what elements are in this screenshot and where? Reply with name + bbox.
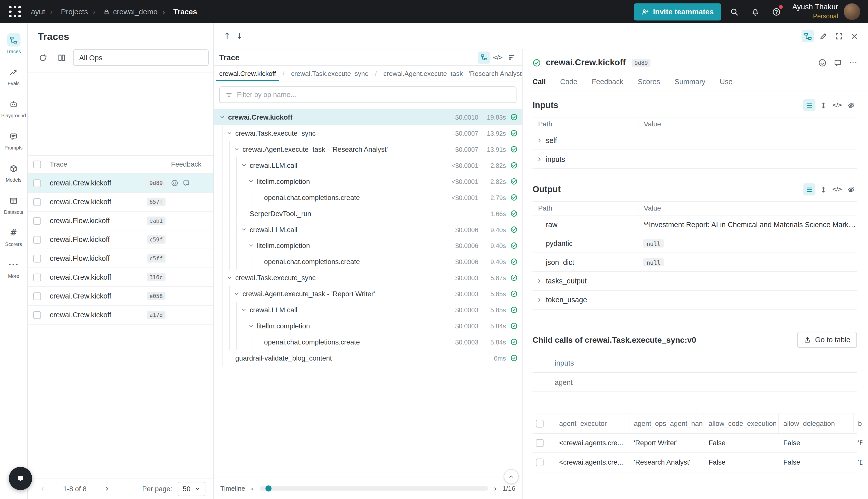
next-page-button[interactable]: ›: [100, 482, 114, 496]
add-comment-button[interactable]: [832, 57, 844, 69]
child-row-checkbox[interactable]: [536, 439, 544, 447]
output-row[interactable]: tasks_output: [532, 272, 857, 291]
rail-item-traces[interactable]: Traces: [0, 28, 27, 60]
close-button[interactable]: [848, 30, 860, 42]
column-header[interactable]: allow_code_execution: [704, 414, 779, 433]
flamegraph-view-button[interactable]: [505, 51, 517, 63]
rail-item-models[interactable]: Models: [0, 156, 27, 188]
expand-row-toggle[interactable]: [534, 278, 545, 284]
output-row[interactable]: pydantic null: [532, 234, 857, 253]
row-checkbox[interactable]: [33, 311, 41, 319]
notifications-button[interactable]: [747, 3, 764, 20]
trace-tree-node[interactable]: litellm.completion $0.0006 9.40s: [214, 238, 522, 254]
output-row[interactable]: json_dict null: [532, 253, 857, 272]
tree-view-button[interactable]: [478, 51, 490, 63]
trace-name-link[interactable]: crewai.Flow.kickoff: [50, 254, 110, 263]
call-tab[interactable]: Code: [560, 74, 577, 90]
trace-tree-node[interactable]: guardrail-validate_blog_content 0ms: [214, 350, 522, 366]
node-expand-toggle[interactable]: [234, 291, 243, 297]
row-checkbox[interactable]: [33, 292, 41, 300]
child-call-row[interactable]: <crewai.agents.cre... 'Report Writer' Fa…: [532, 434, 857, 453]
inputs-hide-button[interactable]: [845, 99, 857, 111]
prev-page-button[interactable]: ‹: [35, 482, 50, 496]
node-expand-toggle[interactable]: [241, 307, 250, 313]
trace-tree-node[interactable]: openai.chat.completions.create $0.0006 9…: [214, 254, 522, 270]
refresh-button[interactable]: [35, 50, 50, 65]
output-expand-button[interactable]: [817, 183, 829, 195]
node-expand-toggle[interactable]: [241, 227, 250, 232]
row-checkbox[interactable]: [33, 198, 41, 206]
node-expand-toggle[interactable]: [248, 179, 257, 184]
tree-breadcrumb-item[interactable]: crewai.Agent.execute_task - 'Research An…: [371, 66, 522, 81]
trace-row[interactable]: crewai.Crew.kickoff a17d: [28, 306, 213, 325]
trace-tree-node[interactable]: crewai.Task.execute_sync $0.0003 5.87s: [214, 270, 522, 286]
trace-tree-node[interactable]: crewai.LLM.call $0.0006 9.40s: [214, 222, 522, 238]
output-row[interactable]: raw **Investment Report: AI in Chemical …: [532, 215, 857, 234]
inputs-row[interactable]: self: [532, 131, 857, 150]
column-header[interactable]: b: [854, 414, 863, 433]
breadcrumb-entity[interactable]: ayut: [31, 8, 45, 16]
node-expand-toggle[interactable]: [248, 323, 257, 329]
edit-button[interactable]: [817, 30, 829, 42]
trace-row[interactable]: crewai.Crew.kickoff 316c: [28, 268, 213, 287]
output-hide-button[interactable]: [845, 183, 857, 195]
trace-tree-node[interactable]: crewai.Agent.execute_task - 'Research An…: [214, 141, 522, 157]
trace-tree-node[interactable]: litellm.completion <$0.0001 2.82s: [214, 173, 522, 190]
row-checkbox[interactable]: [33, 255, 41, 262]
tree-breadcrumb-item[interactable]: crewai.Task.execute_sync: [279, 66, 372, 81]
timeline-slider[interactable]: [259, 486, 488, 490]
breadcrumb-project[interactable]: crewai_demo: [88, 8, 158, 16]
trace-tree-node[interactable]: openai.chat.completions.create <$0.0001 …: [214, 190, 522, 206]
ops-filter-select[interactable]: All Ops: [73, 49, 209, 66]
chat-launcher[interactable]: [9, 467, 32, 490]
avatar[interactable]: [844, 3, 860, 20]
row-checkbox[interactable]: [33, 236, 41, 243]
output-row[interactable]: token_usage: [532, 291, 857, 309]
trace-row[interactable]: crewai.Flow.kickoff c59f: [28, 230, 213, 249]
select-all-checkbox[interactable]: [33, 160, 41, 168]
rail-item-evals[interactable]: Evals: [0, 60, 27, 92]
node-expand-toggle[interactable]: [219, 114, 228, 120]
row-checkbox[interactable]: [33, 179, 41, 187]
trace-name-link[interactable]: crewai.Crew.kickoff: [50, 273, 111, 281]
rail-item-scorers[interactable]: # Scorers: [0, 220, 27, 253]
feedback-smiley-icon[interactable]: [171, 179, 178, 187]
prev-call-button[interactable]: ↑: [224, 32, 231, 40]
inputs-code-view-button[interactable]: </>: [831, 99, 843, 111]
inputs-list-view-button[interactable]: [803, 99, 815, 111]
expand-row-toggle[interactable]: [534, 297, 545, 303]
column-header[interactable]: agent_ops_agent_nan: [629, 414, 704, 433]
code-view-button[interactable]: </>: [492, 51, 504, 63]
trace-tree-node[interactable]: crewai.Crew.kickoff $0.0010 19.83s: [214, 109, 522, 125]
user-menu[interactable]: Ayush Thakur Personal: [792, 3, 838, 20]
call-tab[interactable]: Summary: [674, 74, 706, 90]
timeline-next-button[interactable]: ›: [494, 484, 497, 492]
trace-name-link[interactable]: crewai.Flow.kickoff: [50, 217, 110, 225]
trace-row[interactable]: crewai.Crew.kickoff 657f: [28, 193, 213, 211]
trace-tree-node[interactable]: crewai.Agent.execute_task - 'Report Writ…: [214, 286, 522, 302]
trace-name-link[interactable]: crewai.Crew.kickoff: [50, 292, 111, 300]
wandb-logo[interactable]: [8, 5, 22, 19]
inputs-expand-button[interactable]: [817, 99, 829, 111]
next-call-button[interactable]: ↓: [236, 32, 243, 40]
rail-item-playground[interactable]: Playground: [0, 92, 27, 124]
call-tab[interactable]: Call: [532, 74, 546, 90]
trace-tree-node[interactable]: litellm.completion $0.0003 5.84s: [214, 318, 522, 334]
node-expand-toggle[interactable]: [226, 130, 235, 136]
node-expand-toggle[interactable]: [234, 146, 243, 152]
per-page-select[interactable]: 50: [178, 482, 206, 496]
overflow-menu-button[interactable]: ⋯: [847, 57, 859, 69]
trace-tree-node[interactable]: SerperDevTool._run 1.66s: [214, 206, 522, 222]
invite-teammates-button[interactable]: Invite teammates: [634, 3, 721, 20]
trace-name-link[interactable]: crewai.Flow.kickoff: [50, 235, 110, 244]
trace-tree-node[interactable]: crewai.LLM.call <$0.0001 2.82s: [214, 157, 522, 173]
trace-row[interactable]: crewai.Flow.kickoff c5ff: [28, 249, 213, 268]
add-reaction-button[interactable]: [816, 57, 828, 69]
expand-row-toggle[interactable]: [534, 156, 545, 162]
breadcrumb-projects[interactable]: Projects: [45, 8, 88, 16]
node-expand-toggle[interactable]: [248, 242, 257, 248]
search-button[interactable]: [726, 3, 742, 20]
rail-item-datasets[interactable]: Datasets: [0, 188, 27, 220]
inputs-row[interactable]: inputs: [532, 150, 857, 169]
trace-name-link[interactable]: crewai.Crew.kickoff: [50, 311, 111, 319]
